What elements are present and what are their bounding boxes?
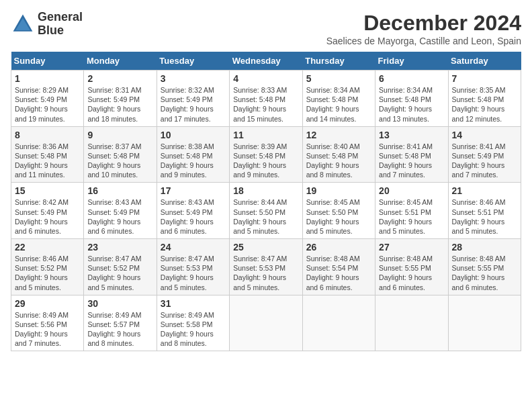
calendar-cell: 31Sunrise: 8:49 AMSunset: 5:58 PMDayligh… [157, 295, 229, 351]
day-number: 21 [452, 185, 517, 196]
day-info: Sunrise: 8:48 AMSunset: 5:55 PMDaylight:… [379, 254, 444, 292]
day-info: Sunrise: 8:33 AMSunset: 5:48 PMDaylight:… [233, 85, 298, 124]
day-info: Sunrise: 8:34 AMSunset: 5:48 PMDaylight:… [306, 85, 371, 124]
day-number: 25 [233, 242, 298, 253]
day-number: 12 [306, 130, 371, 140]
calendar-cell: 22Sunrise: 8:46 AMSunset: 5:52 PMDayligh… [11, 239, 84, 295]
week-row-5: 29Sunrise: 8:49 AMSunset: 5:56 PMDayligh… [11, 295, 521, 351]
day-number: 17 [161, 185, 226, 196]
day-info: Sunrise: 8:42 AMSunset: 5:49 PMDaylight:… [15, 197, 80, 236]
calendar-cell: 24Sunrise: 8:47 AMSunset: 5:53 PMDayligh… [157, 239, 229, 295]
day-number: 31 [161, 298, 226, 309]
day-number: 19 [306, 185, 371, 196]
calendar-cell: 21Sunrise: 8:46 AMSunset: 5:51 PMDayligh… [448, 183, 521, 239]
column-header-friday: Friday [375, 52, 448, 71]
calendar-cell: 13Sunrise: 8:41 AMSunset: 5:48 PMDayligh… [375, 126, 448, 183]
day-number: 11 [233, 130, 298, 140]
calendar-cell: 17Sunrise: 8:43 AMSunset: 5:49 PMDayligh… [157, 183, 229, 239]
week-row-1: 1Sunrise: 8:29 AMSunset: 5:49 PMDaylight… [11, 71, 521, 127]
week-row-3: 15Sunrise: 8:42 AMSunset: 5:49 PMDayligh… [11, 183, 521, 239]
column-header-monday: Monday [84, 52, 157, 71]
calendar-cell: 15Sunrise: 8:42 AMSunset: 5:49 PMDayligh… [11, 183, 84, 239]
day-number: 16 [87, 185, 152, 196]
column-header-wednesday: Wednesday [230, 52, 302, 71]
day-info: Sunrise: 8:38 AMSunset: 5:48 PMDaylight:… [161, 142, 226, 180]
day-number: 9 [87, 130, 152, 140]
day-info: Sunrise: 8:36 AMSunset: 5:48 PMDaylight:… [15, 142, 80, 180]
calendar-cell: 19Sunrise: 8:45 AMSunset: 5:50 PMDayligh… [302, 183, 375, 239]
calendar-cell: 8Sunrise: 8:36 AMSunset: 5:48 PMDaylight… [11, 126, 84, 183]
calendar-cell: 7Sunrise: 8:35 AMSunset: 5:48 PMDaylight… [448, 71, 521, 127]
day-number: 30 [87, 298, 152, 309]
calendar-cell: 3Sunrise: 8:32 AMSunset: 5:49 PMDaylight… [157, 71, 229, 127]
calendar-cell: 25Sunrise: 8:47 AMSunset: 5:53 PMDayligh… [230, 239, 302, 295]
day-info: Sunrise: 8:49 AMSunset: 5:56 PMDaylight:… [15, 310, 80, 349]
calendar-cell: 29Sunrise: 8:49 AMSunset: 5:56 PMDayligh… [11, 295, 84, 351]
day-info: Sunrise: 8:44 AMSunset: 5:50 PMDaylight:… [233, 197, 298, 236]
day-info: Sunrise: 8:29 AMSunset: 5:49 PMDaylight:… [15, 85, 80, 124]
calendar-cell: 2Sunrise: 8:31 AMSunset: 5:49 PMDaylight… [84, 71, 157, 127]
day-info: Sunrise: 8:31 AMSunset: 5:49 PMDaylight:… [87, 85, 152, 124]
day-number: 10 [161, 130, 226, 140]
week-row-4: 22Sunrise: 8:46 AMSunset: 5:52 PMDayligh… [11, 239, 521, 295]
calendar-cell: 18Sunrise: 8:44 AMSunset: 5:50 PMDayligh… [230, 183, 302, 239]
day-info: Sunrise: 8:40 AMSunset: 5:48 PMDaylight:… [306, 142, 371, 180]
day-number: 7 [452, 73, 517, 84]
calendar-cell: 27Sunrise: 8:48 AMSunset: 5:55 PMDayligh… [375, 239, 448, 295]
logo: General Blue [11, 11, 83, 38]
day-number: 3 [161, 73, 226, 84]
calendar-cell: 11Sunrise: 8:39 AMSunset: 5:48 PMDayligh… [230, 126, 302, 183]
calendar-cell [375, 295, 448, 351]
day-number: 15 [15, 185, 80, 196]
day-info: Sunrise: 8:37 AMSunset: 5:48 PMDaylight:… [87, 142, 152, 180]
day-info: Sunrise: 8:32 AMSunset: 5:49 PMDaylight:… [161, 85, 226, 124]
day-number: 23 [87, 242, 152, 253]
day-number: 24 [161, 242, 226, 253]
day-number: 2 [87, 73, 152, 84]
day-number: 8 [15, 130, 80, 140]
calendar-cell: 6Sunrise: 8:34 AMSunset: 5:48 PMDaylight… [375, 71, 448, 127]
calendar-cell [448, 295, 521, 351]
day-number: 26 [306, 242, 371, 253]
day-info: Sunrise: 8:47 AMSunset: 5:52 PMDaylight:… [87, 254, 152, 292]
calendar-cell: 26Sunrise: 8:48 AMSunset: 5:54 PMDayligh… [302, 239, 375, 295]
calendar-cell [302, 295, 375, 351]
day-number: 20 [379, 185, 444, 196]
day-number: 29 [15, 298, 80, 309]
week-row-2: 8Sunrise: 8:36 AMSunset: 5:48 PMDaylight… [11, 126, 521, 183]
day-number: 14 [452, 130, 517, 140]
day-number: 1 [15, 73, 80, 84]
header-row: SundayMondayTuesdayWednesdayThursdayFrid… [11, 52, 521, 71]
day-number: 6 [379, 73, 444, 84]
calendar-cell: 4Sunrise: 8:33 AMSunset: 5:48 PMDaylight… [230, 71, 302, 127]
day-info: Sunrise: 8:39 AMSunset: 5:48 PMDaylight:… [233, 142, 298, 180]
day-number: 18 [233, 185, 298, 196]
calendar-table: SundayMondayTuesdayWednesdayThursdayFrid… [11, 52, 521, 351]
day-info: Sunrise: 8:45 AMSunset: 5:51 PMDaylight:… [379, 197, 444, 236]
day-number: 27 [379, 242, 444, 253]
day-number: 4 [233, 73, 298, 84]
calendar-cell: 12Sunrise: 8:40 AMSunset: 5:48 PMDayligh… [302, 126, 375, 183]
day-number: 5 [306, 73, 371, 84]
calendar-cell: 20Sunrise: 8:45 AMSunset: 5:51 PMDayligh… [375, 183, 448, 239]
column-header-thursday: Thursday [302, 52, 375, 71]
day-number: 13 [379, 130, 444, 140]
subtitle: Saelices de Mayorga, Castille and Leon, … [326, 36, 521, 46]
calendar-cell: 5Sunrise: 8:34 AMSunset: 5:48 PMDaylight… [302, 71, 375, 127]
calendar-cell: 9Sunrise: 8:37 AMSunset: 5:48 PMDaylight… [84, 126, 157, 183]
day-info: Sunrise: 8:46 AMSunset: 5:51 PMDaylight:… [452, 197, 517, 236]
calendar-cell [230, 295, 302, 351]
calendar-cell: 1Sunrise: 8:29 AMSunset: 5:49 PMDaylight… [11, 71, 84, 127]
day-info: Sunrise: 8:35 AMSunset: 5:48 PMDaylight:… [452, 85, 517, 124]
main-title: December 2024 [326, 11, 521, 36]
column-header-sunday: Sunday [11, 52, 84, 71]
column-header-saturday: Saturday [448, 52, 521, 71]
day-info: Sunrise: 8:49 AMSunset: 5:58 PMDaylight:… [161, 310, 226, 349]
logo-icon [11, 12, 35, 36]
calendar-cell: 14Sunrise: 8:41 AMSunset: 5:49 PMDayligh… [448, 126, 521, 183]
logo-text: General Blue [38, 11, 83, 38]
day-info: Sunrise: 8:47 AMSunset: 5:53 PMDaylight:… [233, 254, 298, 292]
page-header: General Blue December 2024 Saelices de M… [11, 11, 521, 46]
day-info: Sunrise: 8:48 AMSunset: 5:54 PMDaylight:… [306, 254, 371, 292]
day-info: Sunrise: 8:43 AMSunset: 5:49 PMDaylight:… [87, 197, 152, 236]
